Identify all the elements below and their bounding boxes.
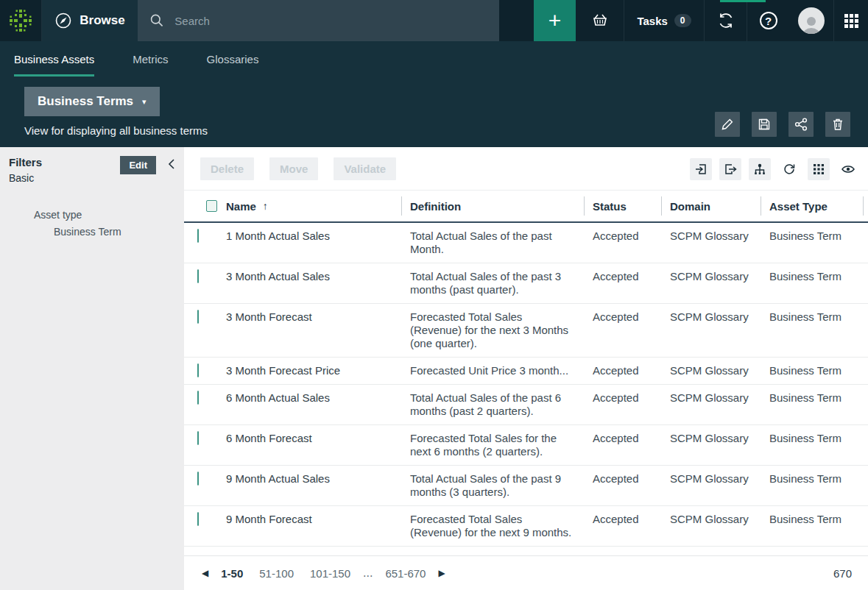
app-logo[interactable] (0, 0, 42, 41)
column-header-definition[interactable]: Definition (401, 191, 584, 221)
cell-definition: Forecasted Total Sales (Revenue) for the… (401, 304, 584, 357)
search-input[interactable] (174, 15, 487, 27)
cell-domain: SCPM Glossary (661, 466, 761, 492)
tasks-button[interactable]: Tasks 0 (624, 0, 705, 41)
cell-status: Accepted (584, 385, 661, 411)
previous-page-icon[interactable]: ◀ (197, 568, 213, 578)
cell-status: Accepted (584, 358, 661, 384)
chevron-down-icon: ▾ (142, 97, 147, 107)
preview-button[interactable] (837, 158, 859, 180)
row-checkbox[interactable] (197, 229, 199, 243)
row-checkbox[interactable] (197, 310, 199, 324)
hierarchy-button[interactable] (749, 158, 771, 180)
row-checkbox[interactable] (197, 431, 199, 445)
data-basket-button[interactable] (576, 0, 624, 41)
view-actions (715, 112, 850, 137)
share-icon (794, 117, 808, 132)
table-row[interactable]: 3 Month Forecast Price Forecasted Unit P… (184, 358, 868, 385)
avatar (798, 7, 825, 34)
filters-panel: Filters Basic Edit Asset type Business T… (0, 147, 184, 590)
display-options-button[interactable] (808, 158, 830, 180)
export-button[interactable] (719, 158, 741, 180)
create-asset-button[interactable]: + (534, 0, 576, 41)
column-header-asset-type[interactable]: Asset Type (761, 191, 868, 221)
next-page-icon[interactable]: ▶ (434, 568, 449, 578)
filters-view-name: Basic (9, 172, 120, 184)
tasks-count-badge: 0 (674, 14, 691, 27)
apps-grid-icon (844, 14, 858, 28)
nav-browse[interactable]: Browse (42, 0, 138, 41)
apps-menu-button[interactable] (833, 0, 868, 41)
cell-status: Accepted (584, 263, 661, 290)
view-selector-dropdown[interactable]: Business Terms ▾ (24, 87, 160, 116)
row-checkbox[interactable] (197, 512, 199, 526)
cell-name[interactable]: 3 Month Forecast Price (217, 358, 401, 384)
nav-browse-label: Browse (80, 13, 124, 28)
filter-asset-type-value: Business Term (9, 226, 175, 238)
cell-domain: SCPM Glossary (661, 425, 761, 452)
cell-name[interactable]: 9 Month Forecast (217, 506, 401, 533)
person-icon (800, 15, 822, 34)
eye-icon (841, 163, 855, 176)
user-menu-button[interactable] (789, 0, 833, 41)
edit-view-button[interactable] (715, 112, 740, 137)
filter-asset-type-label: Asset type (9, 209, 175, 221)
select-all-checkbox[interactable] (206, 200, 217, 212)
table-row[interactable]: 9 Month Actual Sales Total Actual Sales … (184, 466, 868, 506)
tab-metrics[interactable]: Metrics (133, 41, 168, 77)
cell-status: Accepted (584, 466, 661, 492)
asset-table-section: Delete Move Validate (184, 147, 868, 590)
page-range-101-150[interactable]: 101-150 (310, 567, 350, 580)
cell-name[interactable]: 9 Month Actual Sales (217, 466, 401, 492)
cell-asset-type: Business Term (761, 506, 868, 533)
table-row[interactable]: 3 Month Actual Sales Total Actual Sales … (184, 263, 868, 304)
activities-button[interactable] (705, 0, 747, 41)
export-icon (724, 163, 737, 176)
row-checkbox[interactable] (197, 363, 199, 377)
delete-button[interactable]: Delete (200, 157, 254, 180)
table-row[interactable]: 9 Month Forecast Forecasted Total Sales … (184, 506, 868, 547)
page-range-51-100[interactable]: 51-100 (259, 567, 294, 580)
cell-name[interactable]: 3 Month Forecast (217, 304, 401, 330)
table-row[interactable]: 6 Month Forecast Forecasted Total Sales … (184, 425, 868, 466)
delete-view-button[interactable] (825, 112, 850, 137)
sort-ascending-icon[interactable]: ↑ (263, 200, 268, 212)
page-range-1-50[interactable]: 1-50 (221, 567, 243, 580)
collapse-panel-icon[interactable] (168, 158, 175, 170)
cell-definition: Forecasted Total Sales (Revenue) for the… (401, 506, 584, 546)
row-checkbox[interactable] (197, 472, 199, 486)
table-row[interactable]: 3 Month Forecast Forecasted Total Sales … (184, 304, 868, 358)
table-toolbar: Delete Move Validate (184, 147, 868, 191)
column-header-name[interactable]: Name ↑ (217, 191, 401, 221)
cell-name[interactable]: 3 Month Actual Sales (217, 263, 401, 290)
cell-asset-type: Business Term (761, 223, 868, 249)
refresh-button[interactable] (778, 158, 800, 180)
move-button[interactable]: Move (269, 157, 318, 180)
cell-asset-type: Business Term (761, 385, 868, 411)
help-button[interactable]: ? (747, 0, 789, 41)
pagination-bar: ◀ 1-50 51-100 101-150 ... 651-670 ▶ 670 (184, 555, 868, 590)
share-view-button[interactable] (788, 112, 814, 137)
import-button[interactable] (690, 158, 712, 180)
validate-button[interactable]: Validate (334, 157, 396, 180)
table-row[interactable]: 6 Month Actual Sales Total Actual Sales … (184, 385, 868, 425)
row-checkbox[interactable] (197, 391, 199, 405)
trash-icon (830, 117, 845, 132)
cell-name[interactable]: 1 Month Actual Sales (217, 223, 401, 249)
cell-name[interactable]: 6 Month Forecast (217, 425, 401, 452)
column-header-status[interactable]: Status (584, 191, 661, 221)
topbar-spacer (499, 0, 534, 41)
save-view-button[interactable] (752, 112, 777, 137)
column-header-domain[interactable]: Domain (661, 191, 761, 221)
cell-name[interactable]: 6 Month Actual Sales (217, 385, 401, 411)
page-range-651-670[interactable]: 651-670 (385, 567, 426, 580)
basket-icon (591, 12, 609, 29)
global-search[interactable] (138, 0, 499, 41)
save-icon (757, 117, 772, 132)
cell-status: Accepted (584, 304, 661, 330)
row-checkbox[interactable] (197, 269, 199, 283)
tab-business-assets[interactable]: Business Assets (14, 41, 94, 77)
tab-glossaries[interactable]: Glossaries (207, 41, 259, 77)
table-row[interactable]: 1 Month Actual Sales Total Actual Sales … (184, 223, 868, 263)
edit-filters-button[interactable]: Edit (120, 156, 156, 174)
